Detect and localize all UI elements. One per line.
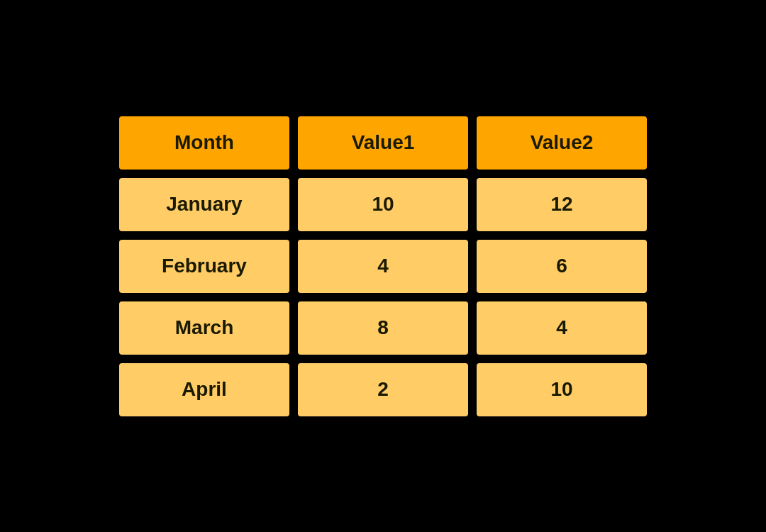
table-row: January 10 12	[119, 178, 647, 231]
header-value1: Value1	[298, 116, 468, 170]
table-row: March 8 4	[119, 301, 647, 355]
cell-value2-april: 10	[477, 363, 647, 416]
cell-value1-january: 10	[298, 178, 468, 231]
cell-month-march: March	[119, 301, 289, 355]
cell-value1-march: 8	[298, 301, 468, 355]
cell-month-january: January	[119, 178, 289, 231]
cell-value2-march: 4	[477, 301, 647, 355]
data-table: Month Value1 Value2 January 10 12 Februa…	[119, 116, 647, 416]
cell-value2-january: 12	[477, 178, 647, 231]
cell-value2-february: 6	[477, 240, 647, 293]
table-row: February 4 6	[119, 240, 647, 293]
table-header-row: Month Value1 Value2	[119, 116, 647, 170]
cell-month-april: April	[119, 363, 289, 416]
header-value2: Value2	[477, 116, 647, 170]
table-row: April 2 10	[119, 363, 647, 416]
header-month: Month	[119, 116, 289, 170]
cell-month-february: February	[119, 240, 289, 293]
cell-value1-february: 4	[298, 240, 468, 293]
cell-value1-april: 2	[298, 363, 468, 416]
